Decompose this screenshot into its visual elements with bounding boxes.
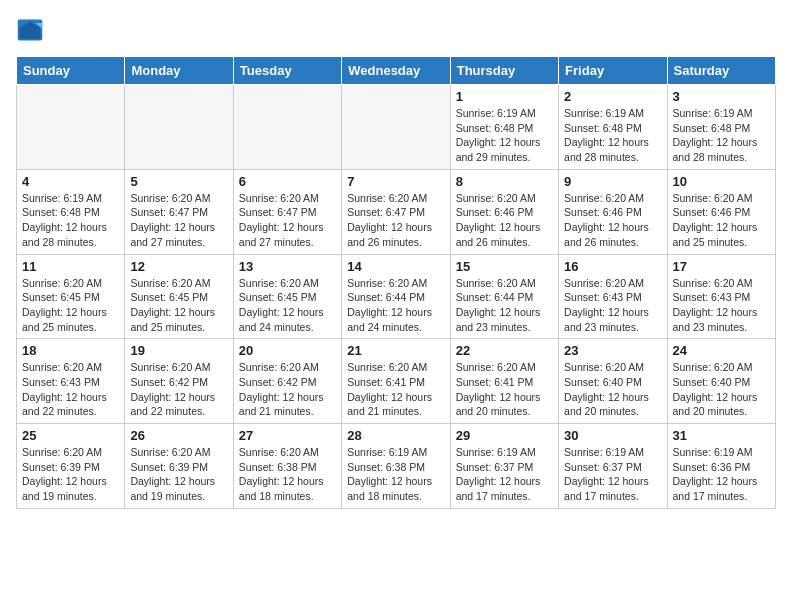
calendar-cell: 8Sunrise: 6:20 AM Sunset: 6:46 PM Daylig… [450,169,558,254]
day-number: 3 [673,89,770,104]
day-number: 16 [564,259,661,274]
day-number: 17 [673,259,770,274]
day-number: 6 [239,174,336,189]
calendar-cell: 20Sunrise: 6:20 AM Sunset: 6:42 PM Dayli… [233,339,341,424]
day-number: 29 [456,428,553,443]
header-saturday: Saturday [667,57,775,85]
calendar-cell: 28Sunrise: 6:19 AM Sunset: 6:38 PM Dayli… [342,424,450,509]
day-number: 10 [673,174,770,189]
day-info: Sunrise: 6:20 AM Sunset: 6:39 PM Dayligh… [130,445,227,504]
calendar-week-row: 11Sunrise: 6:20 AM Sunset: 6:45 PM Dayli… [17,254,776,339]
day-number: 24 [673,343,770,358]
calendar-cell: 7Sunrise: 6:20 AM Sunset: 6:47 PM Daylig… [342,169,450,254]
day-number: 2 [564,89,661,104]
calendar-cell [342,85,450,170]
calendar-cell: 16Sunrise: 6:20 AM Sunset: 6:43 PM Dayli… [559,254,667,339]
header-friday: Friday [559,57,667,85]
day-number: 8 [456,174,553,189]
day-info: Sunrise: 6:20 AM Sunset: 6:39 PM Dayligh… [22,445,119,504]
day-number: 13 [239,259,336,274]
calendar-cell: 13Sunrise: 6:20 AM Sunset: 6:45 PM Dayli… [233,254,341,339]
day-number: 30 [564,428,661,443]
day-info: Sunrise: 6:20 AM Sunset: 6:43 PM Dayligh… [22,360,119,419]
calendar-cell: 19Sunrise: 6:20 AM Sunset: 6:42 PM Dayli… [125,339,233,424]
calendar-cell: 15Sunrise: 6:20 AM Sunset: 6:44 PM Dayli… [450,254,558,339]
day-info: Sunrise: 6:20 AM Sunset: 6:41 PM Dayligh… [347,360,444,419]
calendar-cell [125,85,233,170]
calendar-table: SundayMondayTuesdayWednesdayThursdayFrid… [16,56,776,509]
day-number: 4 [22,174,119,189]
calendar-cell: 4Sunrise: 6:19 AM Sunset: 6:48 PM Daylig… [17,169,125,254]
day-info: Sunrise: 6:20 AM Sunset: 6:45 PM Dayligh… [22,276,119,335]
logo [16,16,48,44]
day-number: 21 [347,343,444,358]
day-info: Sunrise: 6:19 AM Sunset: 6:36 PM Dayligh… [673,445,770,504]
calendar-cell: 14Sunrise: 6:20 AM Sunset: 6:44 PM Dayli… [342,254,450,339]
calendar-cell: 18Sunrise: 6:20 AM Sunset: 6:43 PM Dayli… [17,339,125,424]
calendar-cell: 10Sunrise: 6:20 AM Sunset: 6:46 PM Dayli… [667,169,775,254]
day-info: Sunrise: 6:20 AM Sunset: 6:46 PM Dayligh… [564,191,661,250]
calendar-cell: 9Sunrise: 6:20 AM Sunset: 6:46 PM Daylig… [559,169,667,254]
day-info: Sunrise: 6:19 AM Sunset: 6:48 PM Dayligh… [456,106,553,165]
day-number: 22 [456,343,553,358]
day-number: 11 [22,259,119,274]
calendar-header-row: SundayMondayTuesdayWednesdayThursdayFrid… [17,57,776,85]
day-number: 28 [347,428,444,443]
day-info: Sunrise: 6:19 AM Sunset: 6:48 PM Dayligh… [22,191,119,250]
day-number: 9 [564,174,661,189]
day-number: 5 [130,174,227,189]
day-number: 27 [239,428,336,443]
calendar-cell: 31Sunrise: 6:19 AM Sunset: 6:36 PM Dayli… [667,424,775,509]
calendar-cell: 1Sunrise: 6:19 AM Sunset: 6:48 PM Daylig… [450,85,558,170]
calendar-cell: 3Sunrise: 6:19 AM Sunset: 6:48 PM Daylig… [667,85,775,170]
day-number: 20 [239,343,336,358]
day-number: 12 [130,259,227,274]
day-info: Sunrise: 6:20 AM Sunset: 6:45 PM Dayligh… [130,276,227,335]
calendar-cell: 22Sunrise: 6:20 AM Sunset: 6:41 PM Dayli… [450,339,558,424]
header-wednesday: Wednesday [342,57,450,85]
day-info: Sunrise: 6:20 AM Sunset: 6:47 PM Dayligh… [130,191,227,250]
day-info: Sunrise: 6:20 AM Sunset: 6:43 PM Dayligh… [564,276,661,335]
day-info: Sunrise: 6:19 AM Sunset: 6:48 PM Dayligh… [564,106,661,165]
day-number: 23 [564,343,661,358]
day-info: Sunrise: 6:20 AM Sunset: 6:47 PM Dayligh… [347,191,444,250]
day-info: Sunrise: 6:19 AM Sunset: 6:38 PM Dayligh… [347,445,444,504]
day-info: Sunrise: 6:20 AM Sunset: 6:43 PM Dayligh… [673,276,770,335]
day-number: 14 [347,259,444,274]
day-number: 1 [456,89,553,104]
calendar-cell [233,85,341,170]
calendar-cell: 25Sunrise: 6:20 AM Sunset: 6:39 PM Dayli… [17,424,125,509]
calendar-cell: 17Sunrise: 6:20 AM Sunset: 6:43 PM Dayli… [667,254,775,339]
day-info: Sunrise: 6:20 AM Sunset: 6:46 PM Dayligh… [456,191,553,250]
day-info: Sunrise: 6:19 AM Sunset: 6:37 PM Dayligh… [564,445,661,504]
page-header [16,16,776,44]
calendar-cell: 30Sunrise: 6:19 AM Sunset: 6:37 PM Dayli… [559,424,667,509]
day-number: 26 [130,428,227,443]
calendar-cell: 24Sunrise: 6:20 AM Sunset: 6:40 PM Dayli… [667,339,775,424]
calendar-week-row: 4Sunrise: 6:19 AM Sunset: 6:48 PM Daylig… [17,169,776,254]
day-info: Sunrise: 6:19 AM Sunset: 6:48 PM Dayligh… [673,106,770,165]
day-info: Sunrise: 6:20 AM Sunset: 6:45 PM Dayligh… [239,276,336,335]
day-info: Sunrise: 6:20 AM Sunset: 6:44 PM Dayligh… [347,276,444,335]
calendar-cell [17,85,125,170]
day-info: Sunrise: 6:20 AM Sunset: 6:46 PM Dayligh… [673,191,770,250]
calendar-cell: 23Sunrise: 6:20 AM Sunset: 6:40 PM Dayli… [559,339,667,424]
calendar-cell: 27Sunrise: 6:20 AM Sunset: 6:38 PM Dayli… [233,424,341,509]
logo-icon [16,16,44,44]
calendar-cell: 21Sunrise: 6:20 AM Sunset: 6:41 PM Dayli… [342,339,450,424]
header-tuesday: Tuesday [233,57,341,85]
day-number: 25 [22,428,119,443]
calendar-cell: 26Sunrise: 6:20 AM Sunset: 6:39 PM Dayli… [125,424,233,509]
calendar-week-row: 1Sunrise: 6:19 AM Sunset: 6:48 PM Daylig… [17,85,776,170]
day-info: Sunrise: 6:20 AM Sunset: 6:38 PM Dayligh… [239,445,336,504]
calendar-week-row: 18Sunrise: 6:20 AM Sunset: 6:43 PM Dayli… [17,339,776,424]
calendar-cell: 6Sunrise: 6:20 AM Sunset: 6:47 PM Daylig… [233,169,341,254]
calendar-cell: 11Sunrise: 6:20 AM Sunset: 6:45 PM Dayli… [17,254,125,339]
calendar-cell: 2Sunrise: 6:19 AM Sunset: 6:48 PM Daylig… [559,85,667,170]
day-info: Sunrise: 6:20 AM Sunset: 6:42 PM Dayligh… [239,360,336,419]
day-info: Sunrise: 6:20 AM Sunset: 6:47 PM Dayligh… [239,191,336,250]
day-info: Sunrise: 6:20 AM Sunset: 6:42 PM Dayligh… [130,360,227,419]
header-monday: Monday [125,57,233,85]
day-info: Sunrise: 6:20 AM Sunset: 6:40 PM Dayligh… [673,360,770,419]
day-info: Sunrise: 6:20 AM Sunset: 6:40 PM Dayligh… [564,360,661,419]
